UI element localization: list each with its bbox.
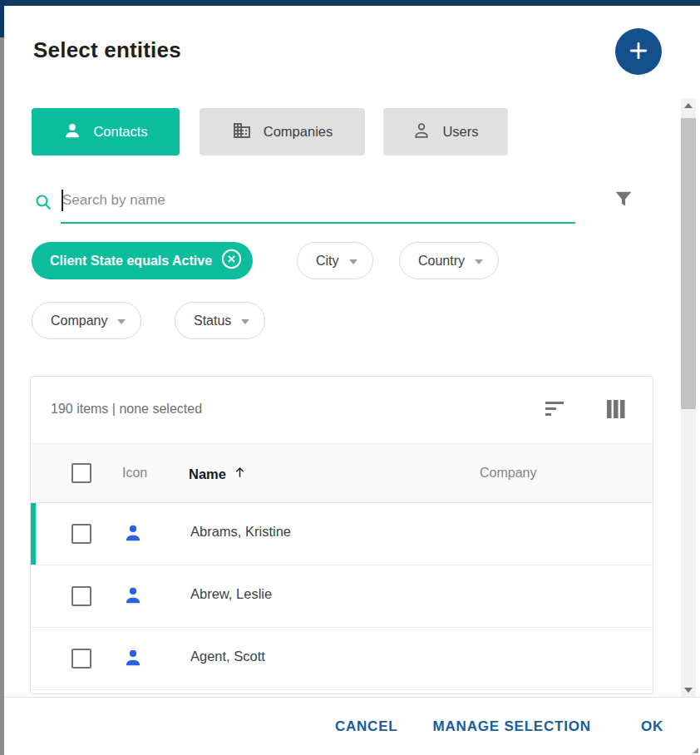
filter-dropdown-label: City — [316, 254, 339, 269]
filter-dropdown-label: Country — [418, 254, 465, 269]
column-header-icon: Icon — [122, 466, 147, 481]
person-outline-icon — [412, 121, 431, 143]
scroll-down-button[interactable] — [681, 683, 696, 697]
sort-icon[interactable] — [545, 400, 566, 422]
person-filled-icon — [63, 121, 81, 143]
tab-companies[interactable]: Companies — [200, 108, 365, 155]
chevron-down-icon — [241, 319, 249, 324]
filter-dropdown-status[interactable]: Status — [175, 302, 265, 339]
scroll-up-button[interactable] — [681, 98, 696, 112]
ok-button[interactable]: OK — [638, 712, 667, 742]
column-header-name[interactable]: Name — [189, 465, 247, 483]
row-checkbox[interactable] — [71, 524, 91, 544]
search-icon — [33, 192, 53, 215]
tab-users[interactable]: Users — [383, 108, 508, 155]
scroll-up-icon — [684, 103, 693, 108]
manage-selection-button[interactable]: MANAGE SELECTION — [430, 712, 594, 742]
dialog-footer: CANCEL MANAGE SELECTION OK — [4, 697, 700, 755]
filter-dropdown-company[interactable]: Company — [32, 302, 141, 339]
filter-funnel-icon[interactable] — [612, 188, 635, 215]
tab-contacts-label: Contacts — [93, 124, 147, 140]
results-panel: 190 items | none selected Icon Name Com — [30, 376, 653, 694]
cancel-button[interactable]: CANCEL — [332, 712, 402, 742]
filter-dropdown-label: Company — [51, 313, 107, 328]
sort-ascending-icon — [233, 465, 247, 483]
items-bar: 190 items | none selected — [31, 377, 653, 444]
tab-contacts[interactable]: Contacts — [32, 108, 180, 155]
tab-users-label: Users — [442, 124, 478, 140]
columns-icon[interactable] — [606, 398, 626, 423]
remove-filter-icon[interactable] — [220, 248, 243, 274]
table-row[interactable]: Abrew, Leslie — [31, 565, 653, 628]
filter-dropdown-country[interactable]: Country — [399, 242, 499, 279]
select-entities-dialog: Select entities Contacts Companies Users — [4, 6, 700, 755]
filter-dropdown-label: Status — [194, 313, 231, 328]
contact-person-icon — [122, 585, 144, 609]
app-header-backdrop — [0, 0, 700, 6]
column-header-company: Company — [480, 466, 536, 481]
filter-dropdown-city[interactable]: City — [297, 242, 373, 279]
tab-companies-label: Companies — [264, 124, 333, 140]
row-name: Abrew, Leslie — [190, 586, 272, 602]
chevron-down-icon — [117, 319, 126, 324]
building-icon — [232, 121, 252, 144]
filter-chip-label: Client State equals Active — [50, 254, 212, 269]
row-name: Abrams, Kristine — [190, 524, 291, 540]
row-highlight-indicator — [31, 503, 36, 565]
dialog-title: Select entities — [33, 37, 181, 63]
chevron-down-icon — [349, 259, 357, 264]
scroll-down-icon — [684, 688, 693, 693]
row-name: Agent, Scott — [190, 649, 265, 664]
contact-person-icon — [122, 522, 144, 547]
table-row[interactable]: Agent, Scott — [31, 628, 653, 690]
resize-grip[interactable] — [693, 748, 698, 753]
screen: Select entities Contacts Companies Users — [0, 0, 700, 755]
search-input[interactable] — [61, 184, 575, 224]
contact-person-icon — [122, 647, 144, 672]
text-cursor — [62, 190, 63, 211]
filter-chip-client-state[interactable]: Client State equals Active — [32, 242, 253, 279]
row-checkbox[interactable] — [71, 649, 91, 669]
chevron-down-icon — [475, 259, 483, 264]
dialog-scrollbar[interactable] — [681, 98, 696, 697]
scrollbar-thumb[interactable] — [681, 118, 696, 409]
items-summary: 190 items | none selected — [51, 402, 202, 417]
row-checkbox[interactable] — [71, 586, 91, 606]
table-header-row: Icon Name Company — [31, 444, 653, 503]
add-entity-button[interactable] — [615, 28, 662, 75]
plus-icon — [628, 40, 649, 64]
table-row[interactable]: Abrams, Kristine — [31, 503, 653, 565]
select-all-checkbox[interactable] — [71, 463, 91, 483]
